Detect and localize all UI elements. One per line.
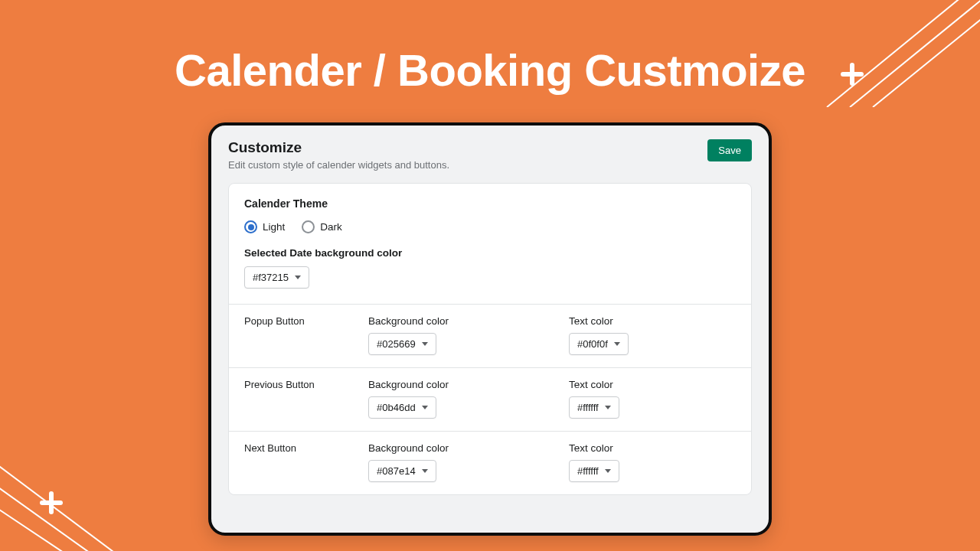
bg-color-label: Background color — [368, 442, 569, 454]
text-color-label: Text color — [569, 315, 736, 327]
radio-label: Dark — [320, 221, 342, 233]
chevron-down-icon — [605, 406, 611, 409]
color-value: #025669 — [377, 338, 416, 350]
chevron-down-icon — [422, 469, 428, 473]
radio-label: Light — [263, 221, 285, 233]
theme-radio-group: Light Dark — [244, 220, 736, 233]
panel-header: Customize Edit custom style of calender … — [228, 139, 752, 171]
previous-bg-color-picker[interactable]: #0b46dd — [368, 396, 436, 419]
radio-icon — [302, 220, 315, 233]
theme-radio-dark[interactable]: Dark — [302, 220, 342, 233]
next-text-color-picker[interactable]: #ffffff — [569, 460, 619, 482]
selected-date-bg-picker[interactable]: #f37215 — [244, 266, 309, 289]
svg-line-4 — [0, 467, 130, 551]
svg-line-5 — [0, 490, 107, 551]
color-value: #087e14 — [377, 465, 416, 477]
button-row-label: Next Button — [244, 442, 368, 454]
popup-text-color-picker[interactable]: #0f0f0f — [569, 333, 629, 355]
panel-subtitle: Edit custom style of calender widgets an… — [228, 159, 449, 171]
popup-button-section: Popup Button Background color #025669 Te… — [229, 304, 751, 367]
settings-panel: Customize Edit custom style of calender … — [208, 122, 772, 536]
hero-title: Calender / Booking Custmoize — [0, 44, 980, 96]
chevron-down-icon — [422, 342, 428, 346]
text-color-label: Text color — [569, 442, 736, 454]
theme-section: Calender Theme Light Dark Selected Date … — [229, 184, 751, 304]
bg-color-label: Background color — [368, 315, 569, 327]
chevron-down-icon — [422, 406, 428, 409]
save-button[interactable]: Save — [707, 139, 752, 161]
decoration-lines-bottom-left — [0, 413, 184, 551]
settings-card: Calender Theme Light Dark Selected Date … — [228, 183, 752, 495]
plus-icon — [40, 491, 63, 514]
popup-bg-color-picker[interactable]: #025669 — [368, 333, 436, 355]
svg-line-3 — [0, 444, 153, 551]
chevron-down-icon — [295, 276, 301, 279]
previous-button-section: Previous Button Background color #0b46dd… — [229, 367, 751, 431]
next-button-section: Next Button Background color #087e14 Tex… — [229, 431, 751, 494]
button-row-label: Previous Button — [244, 379, 368, 390]
color-value: #ffffff — [577, 465, 599, 477]
theme-radio-light[interactable]: Light — [244, 220, 285, 233]
color-value: #f37215 — [253, 272, 289, 283]
panel-title: Customize — [228, 139, 449, 156]
chevron-down-icon — [605, 469, 611, 473]
color-value: #0b46dd — [377, 402, 416, 413]
bg-color-label: Background color — [368, 379, 569, 390]
color-value: #ffffff — [577, 402, 599, 413]
text-color-label: Text color — [569, 379, 736, 390]
chevron-down-icon — [614, 342, 620, 346]
selected-date-bg-label: Selected Date background color — [244, 247, 736, 259]
theme-section-title: Calender Theme — [244, 197, 736, 210]
radio-icon — [244, 220, 257, 233]
next-bg-color-picker[interactable]: #087e14 — [368, 460, 436, 482]
previous-text-color-picker[interactable]: #ffffff — [569, 396, 619, 419]
color-value: #0f0f0f — [577, 338, 608, 350]
button-row-label: Popup Button — [244, 315, 368, 327]
